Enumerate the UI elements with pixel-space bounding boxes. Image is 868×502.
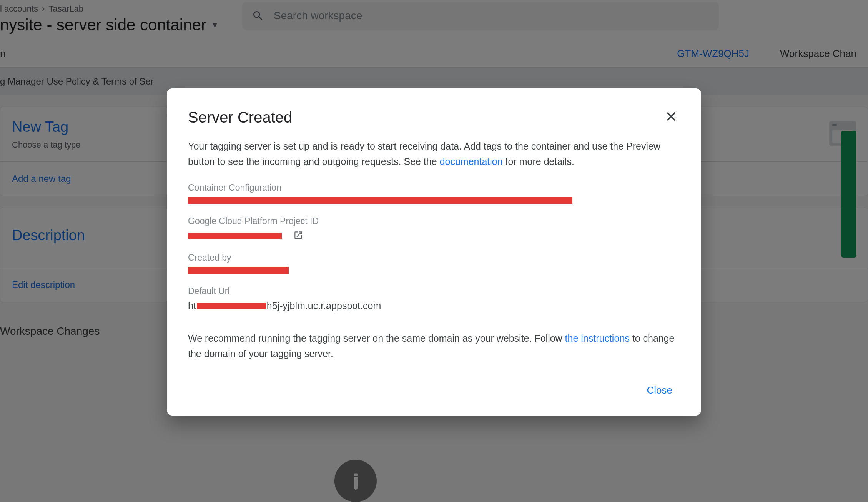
close-icon-button[interactable]: [662, 108, 680, 127]
gcp-project-value-redacted: [188, 233, 282, 239]
documentation-link[interactable]: documentation: [440, 156, 503, 167]
default-url-label: Default Url: [188, 286, 680, 296]
instructions-link[interactable]: the instructions: [565, 333, 630, 344]
default-url-value: hth5j-yjblm.uc.r.appspot.com: [188, 300, 680, 311]
gcp-project-label: Google Cloud Platform Project ID: [188, 216, 680, 226]
container-config-label: Container Configuration: [188, 183, 680, 193]
created-by-label: Created by: [188, 253, 680, 263]
server-created-modal: Server Created Your tagging server is se…: [167, 88, 701, 416]
modal-title: Server Created: [188, 109, 292, 126]
modal-overlay: Server Created Your tagging server is se…: [0, 0, 868, 502]
external-link-icon: [293, 230, 303, 240]
container-config-value-redacted: [188, 197, 572, 204]
modal-description: Your tagging server is set up and is rea…: [188, 138, 680, 169]
url-redacted-portion: [197, 303, 266, 309]
close-button[interactable]: Close: [639, 381, 680, 400]
created-by-value-redacted: [188, 267, 289, 274]
external-link-button[interactable]: [293, 230, 303, 242]
close-icon: [665, 111, 677, 122]
recommendation-text: We recommend running the tagging server …: [188, 331, 680, 361]
